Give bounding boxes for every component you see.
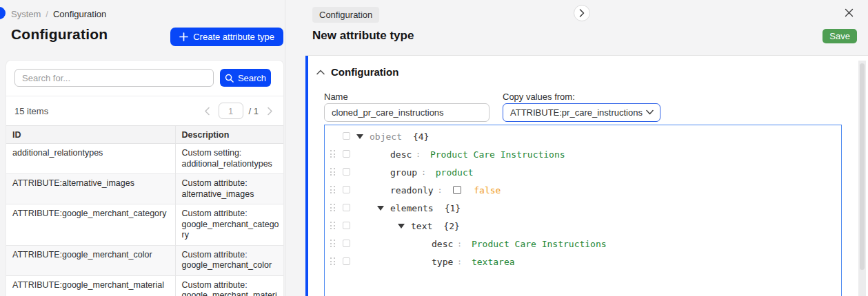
tree-key: desc xyxy=(432,239,453,249)
tree-key: group xyxy=(390,167,417,178)
tree-row: desc : Product Care Instructions xyxy=(325,145,841,163)
cell-description: Custom attribute: google_merchant_color xyxy=(175,245,283,275)
row-checkbox[interactable] xyxy=(343,150,350,158)
tree-key: desc xyxy=(390,149,412,160)
tree-value[interactable]: false xyxy=(474,185,501,195)
pagination: 1 / 1 xyxy=(202,103,275,119)
breadcrumb-system[interactable]: System xyxy=(11,9,41,19)
chevron-right-icon[interactable] xyxy=(264,105,275,116)
column-header-id: ID xyxy=(6,126,175,144)
search-bar: Search xyxy=(6,61,283,96)
page-number-input[interactable]: 1 xyxy=(219,103,243,119)
column-header-description: Description xyxy=(175,126,283,144)
key-value-separator: : xyxy=(421,168,426,177)
tree-key: text xyxy=(411,221,432,231)
tree-key: object xyxy=(370,131,402,142)
selected-option: ATTRIBUTE:pr_care_instructions xyxy=(510,107,643,118)
search-input[interactable] xyxy=(14,69,214,87)
cell-description: Custom attribute: alternative_images xyxy=(175,174,283,204)
breadcrumb: System / Configuration xyxy=(11,9,106,19)
tree-key: type xyxy=(432,257,453,267)
tree-key: elements xyxy=(390,203,434,213)
key-value-separator: : xyxy=(457,240,462,249)
attribute-editor-panel: Configuration New attribute type Save Co… xyxy=(286,0,868,296)
cell-id: ATTRIBUTE:google_merchant_material xyxy=(6,275,175,296)
tab-configuration[interactable]: Configuration xyxy=(312,7,379,23)
table-row[interactable]: additional_relationtypes Custom setting:… xyxy=(6,144,283,174)
row-checkbox[interactable] xyxy=(343,132,350,140)
collapse-triangle-icon[interactable] xyxy=(377,206,390,211)
breadcrumb-configuration[interactable]: Configuration xyxy=(53,9,106,19)
close-icon[interactable] xyxy=(844,8,855,19)
copy-values-label: Copy values from: xyxy=(503,92,575,102)
row-checkbox[interactable] xyxy=(343,240,350,247)
app-window: System / Configuration Configuration Cre… xyxy=(0,0,868,296)
items-count: 15 items xyxy=(14,106,48,116)
drag-handle-icon[interactable] xyxy=(330,240,336,248)
boolean-checkbox[interactable] xyxy=(453,186,461,194)
key-value-separator: : xyxy=(416,150,421,159)
page-total: / 1 xyxy=(249,106,259,116)
search-button-label: Search xyxy=(238,73,266,83)
name-input[interactable] xyxy=(324,103,489,122)
attribute-table: ID Description additional_relationtypes … xyxy=(6,125,283,296)
collapse-triangle-icon[interactable] xyxy=(356,134,370,139)
chevron-right-icon xyxy=(579,9,585,17)
table-row[interactable]: ATTRIBUTE:google_merchant_material Custo… xyxy=(6,275,283,296)
list-meta-row: 15 items 1 / 1 xyxy=(6,96,283,125)
row-checkbox[interactable] xyxy=(343,204,350,211)
collapse-panel-button[interactable] xyxy=(574,5,590,21)
tree-row: desc : Product Care Instructions xyxy=(325,235,841,253)
save-button[interactable]: Save xyxy=(822,29,857,43)
tree-value[interactable]: product xyxy=(436,167,474,178)
attribute-list-card: Search 15 items 1 / 1 xyxy=(6,60,284,296)
cell-id: additional_relationtypes xyxy=(6,144,175,174)
breadcrumb-separator: / xyxy=(46,9,48,19)
tree-value[interactable]: Product Care Instructions xyxy=(472,239,607,249)
key-value-separator: : xyxy=(438,186,443,195)
scrollbar-thumb[interactable] xyxy=(860,63,865,270)
collapse-triangle-icon[interactable] xyxy=(398,224,411,229)
plus-icon xyxy=(179,32,188,41)
row-checkbox[interactable] xyxy=(343,186,350,193)
tree-key: readonly xyxy=(390,185,434,195)
search-icon xyxy=(225,74,234,83)
drag-handle-icon[interactable] xyxy=(330,150,336,158)
cell-id: ATTRIBUTE:google_merchant_color xyxy=(6,245,175,275)
cell-description: Custom attribute: google_merchant_materi… xyxy=(175,275,283,296)
json-tree-editor: object {4} desc : Product Care Instructi… xyxy=(324,125,842,296)
row-checkbox[interactable] xyxy=(343,168,350,176)
drag-handle-icon[interactable] xyxy=(330,168,336,176)
tree-row: object {4} xyxy=(325,127,841,145)
drag-handle-icon[interactable] xyxy=(330,186,336,194)
tree-value[interactable]: textarea xyxy=(472,257,515,267)
search-button[interactable]: Search xyxy=(220,69,271,87)
table-row[interactable]: ATTRIBUTE:alternative_images Custom attr… xyxy=(6,174,283,204)
copy-values-select[interactable]: ATTRIBUTE:pr_care_instructions xyxy=(503,103,660,122)
tree-row: text {2} xyxy=(325,217,841,235)
app-logo xyxy=(0,7,6,19)
chevron-left-icon[interactable] xyxy=(202,105,213,116)
vertical-scrollbar xyxy=(858,61,866,296)
cell-description: Custom attribute: google_merchant_catego… xyxy=(175,204,283,246)
table-header-row: ID Description xyxy=(6,126,283,144)
drag-handle-icon[interactable] xyxy=(330,257,336,266)
cell-id: ATTRIBUTE:google_merchant_category xyxy=(6,204,175,246)
drag-handle-icon[interactable] xyxy=(330,222,336,230)
row-checkbox[interactable] xyxy=(343,222,350,229)
table-row[interactable]: ATTRIBUTE:google_merchant_color Custom a… xyxy=(6,245,283,275)
create-attribute-type-button[interactable]: Create attribute type xyxy=(170,28,283,46)
tree-child-count: {2} xyxy=(443,221,459,231)
drag-handle-icon[interactable] xyxy=(330,204,336,212)
table-row[interactable]: ATTRIBUTE:google_merchant_category Custo… xyxy=(6,204,283,246)
tree-child-count: {1} xyxy=(445,203,461,213)
cell-description: Custom setting: additional_relationtypes xyxy=(175,144,283,174)
section-collapse-header[interactable]: Configuration xyxy=(316,66,398,78)
tree-row: group : product xyxy=(325,163,841,181)
key-value-separator: : xyxy=(457,257,462,266)
configuration-list-panel: System / Configuration Configuration Cre… xyxy=(0,0,285,296)
name-label: Name xyxy=(324,92,348,102)
chevron-up-icon xyxy=(316,70,325,75)
tree-value[interactable]: Product Care Instructions xyxy=(430,149,565,160)
row-checkbox[interactable] xyxy=(343,257,350,265)
